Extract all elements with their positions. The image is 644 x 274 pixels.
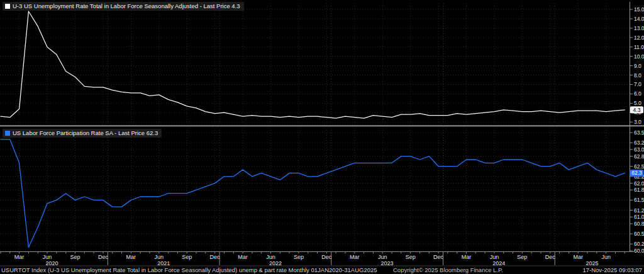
y-tick-label: 13.0 bbox=[634, 25, 644, 31]
legend-label-unemployment: U-3 US Unemployment Rate Total in Labor … bbox=[13, 3, 240, 9]
x-tick-label: Sep bbox=[70, 254, 80, 260]
x-tick-label: Dec bbox=[545, 254, 556, 260]
y-tick-label: 7.0 bbox=[634, 81, 641, 87]
x-tick-label: Jun bbox=[155, 254, 164, 260]
x-tick-label: Dec bbox=[210, 254, 221, 260]
y-tick-label: 62.5 bbox=[634, 163, 644, 170]
y-tick-label: 63.0 bbox=[634, 146, 644, 153]
y-tick-label: 12.0 bbox=[634, 35, 644, 41]
last-price-badge-text: 62.3 bbox=[631, 170, 642, 176]
y-tick-label: 5.0 bbox=[634, 100, 641, 106]
x-tick-label: Dec bbox=[433, 254, 444, 260]
y-tick-label: 10.0 bbox=[634, 53, 644, 60]
y-tick-label: 61.8 bbox=[634, 187, 644, 193]
y-tick-label: 61.2 bbox=[634, 207, 644, 214]
x-year-label: 2024 bbox=[492, 260, 505, 266]
x-year-label: 2021 bbox=[157, 260, 170, 266]
legend-label-participation: US Labor Force Participation Rate SA - L… bbox=[13, 129, 158, 136]
y-tick-label: 61.0 bbox=[634, 214, 644, 220]
participation-series-swatch-icon bbox=[5, 131, 10, 136]
x-tick-label: Sep bbox=[182, 254, 192, 260]
last-price-badge-text: 4.3 bbox=[633, 107, 641, 113]
x-tick-label: Sep bbox=[517, 254, 527, 260]
y-tick-label: 60.8 bbox=[634, 221, 644, 227]
y-tick-label: 14.0 bbox=[634, 16, 644, 22]
x-year-label: 2020 bbox=[45, 260, 58, 266]
y-tick-label: 63.2 bbox=[634, 140, 644, 146]
x-tick-label: Dec bbox=[98, 254, 109, 260]
y-tick-label: 60.0 bbox=[634, 248, 644, 254]
y-tick-label: 60.5 bbox=[634, 231, 644, 237]
status-datetime: 17-Nov-2025 09:03:07 bbox=[582, 266, 642, 273]
x-tick-label: Jun bbox=[266, 254, 275, 260]
x-tick-label: Jun bbox=[43, 254, 52, 260]
x-tick-label: Dec bbox=[321, 254, 332, 260]
x-year-label: 2022 bbox=[269, 260, 282, 266]
legend-unemployment[interactable]: U-3 US Unemployment Rate Total in Labor … bbox=[3, 2, 244, 11]
status-bar: USURTOT Index (U-3 US Unemployment Rate … bbox=[0, 266, 644, 274]
x-tick-label: Jun bbox=[601, 254, 611, 260]
y-tick-label: 15.0 bbox=[634, 6, 644, 13]
y-tick-label: 3.0 bbox=[634, 119, 641, 125]
panel-divider bbox=[0, 125, 644, 127]
status-security-info: USURTOT Index (U-3 US Unemployment Rate … bbox=[1, 266, 377, 273]
x-year-label: 2023 bbox=[381, 260, 394, 266]
x-year-label: 2025 bbox=[586, 260, 598, 266]
x-tick-label: Mar bbox=[462, 254, 472, 260]
y-tick-label: 9.0 bbox=[634, 63, 641, 69]
y-tick-label: 62.8 bbox=[634, 153, 644, 160]
x-tick-label: Sep bbox=[406, 254, 416, 260]
y-tick-label: 61.5 bbox=[634, 197, 644, 203]
bloomberg-chart-window: 15.014.013.012.011.010.09.08.07.06.05.04… bbox=[0, 0, 644, 274]
x-tick-label: Mar bbox=[350, 254, 360, 260]
y-tick-label: 62.0 bbox=[634, 180, 644, 187]
y-tick-label: 11.0 bbox=[634, 44, 644, 50]
legend-participation[interactable]: US Labor Force Participation Rate SA - L… bbox=[3, 129, 162, 138]
x-tick-label: Mar bbox=[238, 254, 248, 260]
x-tick-label: Sep bbox=[294, 254, 304, 260]
x-tick-label: Jun bbox=[490, 254, 499, 260]
y-tick-label: 6.0 bbox=[634, 90, 641, 97]
x-tick-label: Mar bbox=[126, 254, 136, 260]
status-copyright: Copyright© 2025 Bloomberg Finance L.P. bbox=[393, 266, 503, 273]
y-tick-label: 8.0 bbox=[634, 72, 641, 79]
y-tick-label: 63.5 bbox=[634, 129, 644, 136]
x-tick-label: Jun bbox=[378, 254, 387, 260]
unemployment-series-swatch-icon bbox=[5, 4, 10, 9]
x-tick-label: Mar bbox=[573, 254, 583, 260]
y-tick-label: 60.2 bbox=[634, 241, 644, 247]
x-tick-label: Mar bbox=[14, 254, 25, 260]
